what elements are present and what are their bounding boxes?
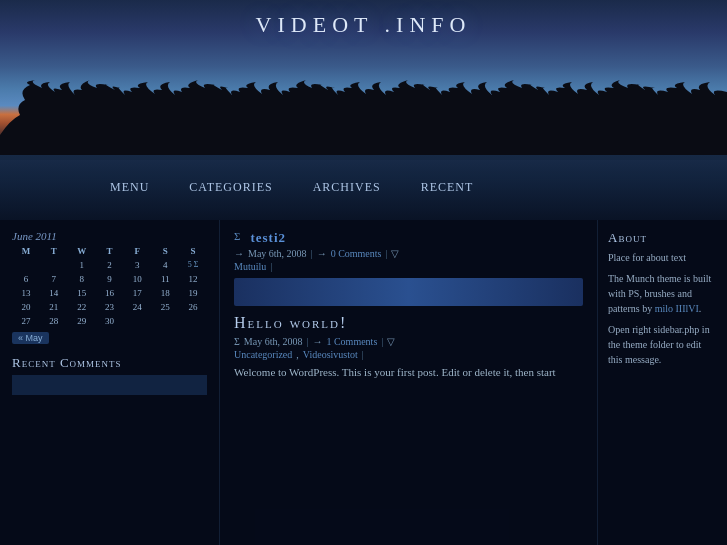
cal-cell: 10 bbox=[123, 272, 151, 286]
left-sidebar: June 2011 M T W T F S S 1 2 3 4 5 Σ 6 7 … bbox=[0, 220, 220, 545]
cal-cell: 6 bbox=[12, 272, 40, 286]
calendar-prev-btn[interactable]: « May bbox=[12, 332, 49, 344]
nav-recent[interactable]: RECENT bbox=[421, 180, 474, 195]
about-body1: The Munch theme is built with PS, brushe… bbox=[608, 271, 717, 316]
post-1-meta: → May 6th, 2008 | → 0 Comments | ▽ bbox=[234, 248, 583, 259]
recent-comments-box bbox=[12, 375, 207, 395]
cal-cell: 26 bbox=[179, 300, 207, 314]
cal-cell: 24 bbox=[123, 300, 151, 314]
post-1-nabla: ▽ bbox=[391, 248, 399, 259]
cal-cell: 30 bbox=[96, 314, 124, 328]
about-body2: Open right sidebar.php in the theme fold… bbox=[608, 322, 717, 367]
about-title: About bbox=[608, 230, 717, 246]
post-2-meta: Σ May 6th, 2008 | → 1 Comments | ▽ bbox=[234, 336, 583, 347]
post-2-categories: Uncategorized, Videosivustot | bbox=[234, 349, 583, 360]
cal-cell: 2 bbox=[96, 258, 124, 272]
post-1-arrow2: → bbox=[234, 248, 244, 259]
post-1-pipe3: | bbox=[270, 261, 272, 272]
post-1: Σ testi2 → May 6th, 2008 | → 0 Comments … bbox=[234, 230, 583, 272]
post-1-category: Mutuilu | bbox=[234, 261, 583, 272]
post-1-image bbox=[234, 278, 583, 306]
cal-cell: 12 bbox=[179, 272, 207, 286]
post-1-cat-link[interactable]: Mutuilu bbox=[234, 261, 266, 272]
post-2-cat2-link[interactable]: Videosivustot bbox=[303, 349, 358, 360]
cal-cell-5: 5 Σ bbox=[179, 258, 207, 272]
cal-cell: 22 bbox=[68, 300, 96, 314]
cal-cell: 23 bbox=[96, 300, 124, 314]
post-1-date: May 6th, 2008 bbox=[248, 248, 307, 259]
cal-cell: 28 bbox=[40, 314, 68, 328]
calendar-day-headers: M T W T F S S bbox=[12, 246, 207, 256]
post-2-arrow2: → bbox=[312, 336, 322, 347]
cal-cell: 15 bbox=[68, 286, 96, 300]
tree-silhouette bbox=[0, 80, 727, 160]
site-header: VIDEOT .INFO MENU CATEGORIES ARCHIVES RE… bbox=[0, 0, 727, 220]
calendar-grid: 1 2 3 4 5 Σ 6 7 8 9 10 11 12 13 14 15 16… bbox=[12, 258, 207, 328]
cal-hdr-s1: S bbox=[151, 246, 179, 256]
post-1-arrow3: → bbox=[317, 248, 327, 259]
about-milo-link[interactable]: milo IIIlVI bbox=[655, 303, 699, 314]
cal-cell: 7 bbox=[40, 272, 68, 286]
cal-cell: 1 bbox=[68, 258, 96, 272]
cal-cell: 21 bbox=[40, 300, 68, 314]
cal-cell: 8 bbox=[68, 272, 96, 286]
main-content: Σ testi2 → May 6th, 2008 | → 0 Comments … bbox=[220, 220, 597, 545]
recent-comments-title: Recent Comments bbox=[12, 355, 207, 371]
cal-cell bbox=[151, 314, 179, 328]
cal-hdr-s2: S bbox=[179, 246, 207, 256]
post-2-pipe2: | bbox=[381, 336, 383, 347]
post-1-arrow: Σ bbox=[234, 230, 240, 242]
content-area: June 2011 M T W T F S S 1 2 3 4 5 Σ 6 7 … bbox=[0, 220, 727, 545]
post-2-nabla: ▽ bbox=[387, 336, 395, 347]
post-1-comments-link[interactable]: 0 Comments bbox=[331, 248, 382, 259]
post-2-date: May 6th, 2008 bbox=[244, 336, 303, 347]
post-2-cat1-link[interactable]: Uncategorized bbox=[234, 349, 292, 360]
cal-cell: 4 bbox=[151, 258, 179, 272]
post-2-pipe3: | bbox=[362, 349, 364, 360]
cal-cell: 3 bbox=[123, 258, 151, 272]
calendar-month: June 2011 bbox=[12, 230, 207, 242]
cal-cell: 14 bbox=[40, 286, 68, 300]
cal-cell: 11 bbox=[151, 272, 179, 286]
nav-menu[interactable]: MENU bbox=[110, 180, 149, 195]
post-2: Hello world! Σ May 6th, 2008 | → 1 Comme… bbox=[234, 314, 583, 381]
cal-hdr-w: W bbox=[68, 246, 96, 256]
post-2-body: Welcome to WordPress. This is your first… bbox=[234, 364, 583, 381]
cal-cell: 25 bbox=[151, 300, 179, 314]
cal-cell: 18 bbox=[151, 286, 179, 300]
post-2-arrow: Σ bbox=[234, 336, 240, 347]
cal-cell: 13 bbox=[12, 286, 40, 300]
cal-cell: 27 bbox=[12, 314, 40, 328]
cal-cell: 16 bbox=[96, 286, 124, 300]
cal-cell bbox=[12, 258, 40, 272]
post-1-pipe2: | bbox=[385, 248, 387, 259]
cal-hdr-f: F bbox=[123, 246, 151, 256]
cal-cell: 9 bbox=[96, 272, 124, 286]
post-1-pipe1: | bbox=[311, 248, 313, 259]
post-2-pipe1: | bbox=[306, 336, 308, 347]
nav-bar: MENU CATEGORIES ARCHIVES RECENT bbox=[0, 180, 727, 195]
cal-hdr-t1: T bbox=[40, 246, 68, 256]
cal-cell: 20 bbox=[12, 300, 40, 314]
right-sidebar: About Place for about text The Munch the… bbox=[597, 220, 727, 545]
post-1-header: Σ testi2 bbox=[234, 230, 583, 246]
nav-archives[interactable]: ARCHIVES bbox=[313, 180, 381, 195]
cal-cell bbox=[179, 314, 207, 328]
cal-cell: 19 bbox=[179, 286, 207, 300]
post-2-title[interactable]: Hello world! bbox=[234, 314, 583, 332]
post-1-title[interactable]: testi2 bbox=[250, 230, 286, 246]
cal-hdr-m: M bbox=[12, 246, 40, 256]
site-title: VIDEOT .INFO bbox=[0, 12, 727, 38]
post-2-comments-link[interactable]: 1 Comments bbox=[326, 336, 377, 347]
cal-hdr-t2: T bbox=[96, 246, 124, 256]
cal-cell bbox=[123, 314, 151, 328]
cal-cell: 17 bbox=[123, 286, 151, 300]
about-line1: Place for about text bbox=[608, 250, 717, 265]
nav-categories[interactable]: CATEGORIES bbox=[189, 180, 272, 195]
cal-cell bbox=[40, 258, 68, 272]
cal-cell: 29 bbox=[68, 314, 96, 328]
